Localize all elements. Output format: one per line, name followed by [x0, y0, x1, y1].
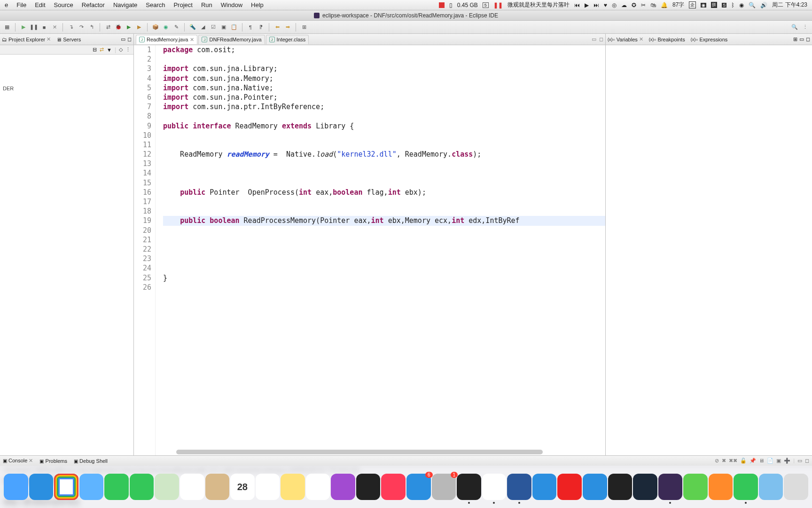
- mac-menu-source[interactable]: Source: [54, 1, 73, 8]
- dock-app-quicktime[interactable]: [608, 474, 632, 500]
- dock-app-notes[interactable]: [281, 474, 305, 500]
- dock-app-finder[interactable]: [4, 474, 28, 500]
- tb-menu-icon[interactable]: ⋮: [801, 23, 809, 32]
- dock-app-baidu[interactable]: [583, 474, 607, 500]
- tb-stepreturn-icon[interactable]: ↰: [87, 23, 96, 32]
- dock-app-calendar[interactable]: 28: [230, 474, 255, 500]
- bottom-maximize-icon[interactable]: ◻: [805, 458, 809, 464]
- tb-disconnect-icon[interactable]: ⤫: [50, 23, 59, 32]
- bell-icon[interactable]: 🔔: [661, 2, 668, 8]
- mac-menu-refactor[interactable]: Refactor: [82, 1, 105, 8]
- dock-app-facetime[interactable]: [104, 474, 129, 500]
- dock-app-music[interactable]: [306, 474, 330, 500]
- mac-menu-help[interactable]: Help: [251, 1, 264, 8]
- console-new-icon[interactable]: ➕: [784, 458, 790, 464]
- view-tab-variables[interactable]: (x)= Variables ✕: [608, 36, 643, 42]
- mac-menu-search[interactable]: Search: [146, 1, 165, 8]
- project-explorer-tab[interactable]: 🗂 Project Explorer ✕: [2, 36, 51, 42]
- dock-app-windows[interactable]: [532, 474, 557, 500]
- mac-menu-navigate[interactable]: Navigate: [113, 1, 137, 8]
- mac-menu-project[interactable]: Project: [173, 1, 192, 8]
- editor-tab-DNFReadMemory-java[interactable]: JDNFReadMemory.java: [198, 35, 265, 44]
- cloud-icon[interactable]: ☁: [621, 2, 627, 8]
- console-pin-icon[interactable]: 📌: [750, 458, 756, 464]
- fold-ruler[interactable]: [156, 45, 161, 455]
- status-icon-3[interactable]: 拼: [711, 2, 717, 8]
- dock-app-firefox[interactable]: [709, 474, 733, 500]
- console-display-icon[interactable]: 🖥: [759, 458, 764, 464]
- dock-app-podcasts[interactable]: [331, 474, 355, 500]
- globe-icon[interactable]: ✪: [632, 2, 636, 8]
- view-tab-breakpoints[interactable]: (x)= Breakpoints: [649, 37, 685, 42]
- focus-icon[interactable]: ◇: [119, 47, 123, 53]
- dock-app-reminders[interactable]: [256, 474, 280, 500]
- tb-stepover-icon[interactable]: ↷: [77, 23, 86, 32]
- tb-resume-icon[interactable]: ▶: [19, 23, 28, 32]
- dock-app-chrome[interactable]: [54, 474, 78, 500]
- media-prev-icon[interactable]: ⏮: [574, 2, 580, 8]
- tb-back-icon[interactable]: ⬅: [273, 23, 281, 32]
- dock-app-trash[interactable]: [784, 474, 808, 500]
- mac-menu-e[interactable]: e: [5, 1, 8, 8]
- tb-newpkg-icon[interactable]: 📦: [151, 23, 160, 32]
- dock-app-steam[interactable]: [633, 474, 657, 500]
- servers-tab[interactable]: 🖥 Servers: [56, 37, 81, 42]
- editor-hscrollbar[interactable]: [157, 450, 600, 454]
- bottom-tab-problems[interactable]: ▣ Problems: [39, 458, 67, 464]
- close-icon[interactable]: ✕: [190, 37, 194, 43]
- volume-icon[interactable]: 🔊: [760, 2, 767, 8]
- tb-highlight-icon[interactable]: ◢: [199, 23, 207, 32]
- editor-tab-ReadMemory-java[interactable]: JReadMemory.java✕: [136, 35, 197, 44]
- tool-icon[interactable]: ✂: [641, 2, 646, 8]
- dock-app-appstore[interactable]: 6: [406, 474, 431, 500]
- console-clear-icon[interactable]: ⊘: [715, 458, 719, 464]
- editor-minimize-icon[interactable]: ▭: [592, 36, 596, 42]
- maximize-icon[interactable]: ◻: [127, 36, 132, 42]
- bottom-minimize-icon[interactable]: ▭: [797, 458, 802, 464]
- dock-app-terminal[interactable]: [457, 474, 481, 500]
- dock-app-eclipse[interactable]: [658, 474, 683, 500]
- console-removeall-icon[interactable]: ✖✖: [729, 458, 737, 464]
- tb-quickaccess-icon[interactable]: 🔍: [790, 23, 799, 32]
- dock-app-contacts[interactable]: [205, 474, 230, 500]
- tb-clip-icon[interactable]: 📋: [230, 23, 238, 32]
- dock-app-netease[interactable]: [557, 474, 582, 500]
- mac-menu-window[interactable]: Window: [221, 1, 242, 8]
- bottom-tab-debug-shell[interactable]: ▣ Debug Shell: [74, 458, 108, 464]
- minimize-icon[interactable]: ▭: [121, 36, 125, 42]
- link-editor-icon[interactable]: ⇄: [100, 47, 104, 53]
- code-editor[interactable]: 1234567891011121314151617181920212223242…: [134, 45, 605, 455]
- dock-app-news[interactable]: [381, 474, 406, 500]
- status-icon-1[interactable]: 企: [689, 1, 696, 8]
- dock-app-wechat[interactable]: [734, 474, 758, 500]
- view-tab-expressions[interactable]: (x)= Expressions: [691, 37, 728, 42]
- tb-stop-icon[interactable]: ■: [40, 23, 48, 32]
- wifi-icon[interactable]: ◉: [739, 2, 744, 8]
- tb-suspend-icon[interactable]: ❚❚: [30, 23, 38, 32]
- tb-newclass-icon[interactable]: ◉: [162, 23, 170, 32]
- mac-menu-file[interactable]: File: [16, 1, 26, 8]
- editor-tab-Integer-class[interactable]: JInteger.class: [266, 35, 309, 44]
- viewmenu-icon[interactable]: ⋮: [125, 47, 131, 53]
- bluetooth-icon[interactable]: ᛒ: [731, 2, 734, 8]
- heart-icon[interactable]: ♥: [604, 2, 607, 8]
- mac-menu-edit[interactable]: Edit: [35, 1, 45, 8]
- console-open-icon[interactable]: 📄: [767, 458, 773, 464]
- tb-task-icon[interactable]: ☑: [209, 23, 218, 32]
- console-scroll-icon[interactable]: 🔓: [740, 458, 747, 464]
- status-icon-4[interactable]: S: [722, 3, 726, 8]
- close-icon[interactable]: ✕: [639, 36, 643, 42]
- dock-app-settings[interactable]: 1: [432, 474, 456, 500]
- collapse-all-icon[interactable]: ⊟: [93, 47, 97, 53]
- project-explorer-body[interactable]: DER: [0, 55, 133, 455]
- dock-app-safari[interactable]: [29, 474, 54, 500]
- editor-maximize-icon[interactable]: ◻: [599, 36, 603, 42]
- tb-box-icon[interactable]: ▣: [219, 23, 228, 32]
- bag-icon[interactable]: 🛍: [650, 2, 656, 8]
- tb-run-icon[interactable]: ▶: [125, 23, 133, 32]
- tb-search-icon[interactable]: 🔦: [188, 23, 197, 32]
- tb-para-icon[interactable]: ¶: [246, 23, 255, 32]
- right-minimize-icon[interactable]: ▭: [799, 36, 804, 42]
- dock-app-messages[interactable]: [130, 474, 154, 500]
- dock-app-player[interactable]: [683, 474, 708, 500]
